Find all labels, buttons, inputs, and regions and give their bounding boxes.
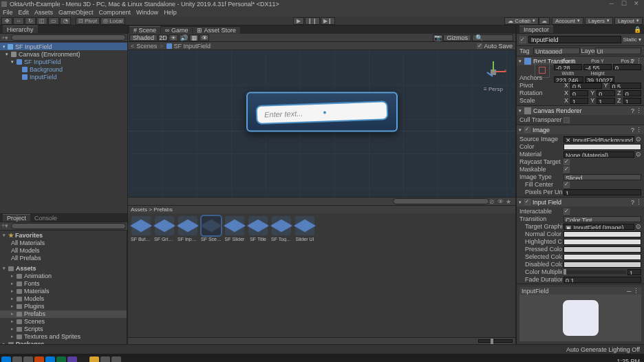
inputfield-component-header[interactable]: ▾ Input Field ?⋮	[517, 198, 644, 206]
orientation-gizmo[interactable]: x ≡ Persp	[480, 58, 507, 86]
fav-all-models[interactable]: All Models	[0, 247, 127, 255]
menu-edit[interactable]: Edit	[19, 9, 30, 16]
hierarchy-item-inputfield-prefab[interactable]: ▾SF InputField	[0, 58, 127, 65]
material-field[interactable]: None (Material)	[564, 151, 634, 158]
project-tab[interactable]: Project	[3, 214, 30, 222]
inputfield-enabled-checkbox[interactable]	[524, 199, 530, 205]
cloud-icon[interactable]: ☁	[539, 17, 550, 25]
cull-checkbox[interactable]	[564, 117, 570, 123]
pos-y-input[interactable]: -4.55	[583, 64, 612, 70]
interactable-checkbox[interactable]	[564, 209, 570, 215]
folder-fonts[interactable]: ▸Fonts	[0, 280, 127, 288]
source-image-field[interactable]: ✕ InputFieldBackground	[564, 136, 634, 142]
account-dropdown[interactable]: Account	[552, 17, 583, 25]
canvas-renderer-header[interactable]: ▾ Canvas Renderer ?⋮	[517, 106, 644, 115]
hierarchy-item-inputfield[interactable]: InputField	[0, 73, 127, 81]
fav-all-prefabs[interactable]: All Prefabs	[0, 255, 127, 262]
camera-icon[interactable]: 📷	[433, 34, 442, 41]
search-icon[interactable]	[12, 356, 22, 362]
scene-light-icon[interactable]: ☀	[169, 34, 178, 41]
console-tab[interactable]: Console	[30, 215, 61, 222]
taskbar-app-6[interactable]	[89, 356, 99, 362]
raycast-checkbox[interactable]	[564, 159, 570, 165]
project-create-dropdown[interactable]: +▾	[1, 222, 10, 229]
scene-viewport[interactable]: Enter text... x ≡ Persp	[128, 50, 515, 197]
image-enabled-checkbox[interactable]	[524, 127, 530, 133]
project-grid-search[interactable]	[393, 198, 489, 204]
anchors-foldout[interactable]: Anchors	[519, 74, 562, 81]
tab-asset-store[interactable]: ⊞ Asset Store	[193, 26, 240, 34]
grid-star-icon[interactable]: ★	[506, 198, 514, 205]
autosave-checkbox[interactable]	[477, 43, 482, 49]
folder-scripts[interactable]: ▸Scripts	[0, 326, 127, 333]
pos-x-input[interactable]: -0.28	[554, 64, 582, 70]
hierarchy-create-dropdown[interactable]: +▾	[1, 34, 10, 41]
folder-prefabs[interactable]: ▸Prefabs	[0, 310, 127, 318]
asset-sf-slider[interactable]: SF Slider	[224, 216, 245, 242]
gizmos-dropdown[interactable]: Gizmos	[443, 34, 471, 41]
inspector-lock-icon[interactable]: 🔒	[634, 26, 641, 33]
asset-sf-toggle[interactable]: SF Toggle	[271, 216, 292, 242]
taskbar-app-8[interactable]	[111, 356, 121, 362]
taskbar-app-7[interactable]	[100, 356, 110, 362]
gameobject-name-input[interactable]: InputField	[528, 36, 621, 43]
pressed-color-field[interactable]	[564, 246, 641, 253]
fade-duration-input[interactable]: 0.1	[564, 277, 641, 283]
inputfield-prefab-visual[interactable]: Enter text...	[246, 92, 398, 131]
menu-gameobject[interactable]: GameObject	[58, 9, 94, 16]
scene-fx-icon[interactable]: ▦	[189, 34, 199, 41]
minimize-button[interactable]: ─	[605, 0, 618, 8]
asset-sf-inputfield[interactable]: SF InputF...	[178, 216, 198, 242]
folder-textures[interactable]: ▸Textures and Sprites	[0, 333, 127, 341]
selected-color-field[interactable]	[564, 254, 641, 260]
rotate-tool[interactable]: ↻	[25, 17, 36, 25]
highlighted-color-field[interactable]	[564, 239, 641, 245]
grid-visible-icon[interactable]: 👁	[497, 198, 506, 205]
layer-dropdown[interactable]: UI	[595, 47, 642, 54]
fav-all-materials[interactable]: All Materials	[0, 239, 127, 247]
asset-sf-button[interactable]: SF Button	[131, 216, 151, 242]
color-multiplier-slider[interactable]	[564, 270, 626, 274]
step-button[interactable]: ▶❙	[321, 17, 335, 25]
taskbar-app-4[interactable]	[67, 356, 77, 362]
rot-x-input[interactable]: 0	[570, 90, 588, 96]
disabled-color-field[interactable]	[564, 262, 641, 268]
project-breadcrumb[interactable]: Assets > Prefabs	[128, 206, 515, 213]
collab-dropdown[interactable]: ☁ Collab	[504, 17, 539, 25]
scene-hidden-icon[interactable]: 👁	[200, 34, 209, 41]
close-button[interactable]: ✕	[630, 0, 643, 8]
static-dropdown[interactable]: Static ▾	[623, 36, 641, 43]
move-tool[interactable]: ↔	[13, 17, 24, 25]
project-search-input[interactable]	[11, 223, 126, 229]
packages-header[interactable]: ▸Packages	[0, 341, 127, 344]
pos-z-input[interactable]: 0	[613, 64, 641, 70]
tag-dropdown[interactable]: Untagged	[533, 47, 580, 54]
menu-assets[interactable]: Assets	[34, 9, 53, 16]
ppu-input[interactable]: 1	[564, 189, 641, 195]
persp-label[interactable]: ≡ Persp	[480, 86, 507, 92]
folder-materials[interactable]: ▸Materials	[0, 288, 127, 295]
inspector-tab[interactable]: Inspector 🔒	[517, 25, 644, 34]
asset-sf-scene[interactable]: SF Scene E...	[201, 216, 222, 242]
pause-button[interactable]: ❙❙	[305, 17, 320, 25]
scale-tool[interactable]: ◫	[36, 17, 47, 25]
tab-game[interactable]: ∞ Game	[161, 26, 192, 34]
local-toggle[interactable]: ◎ Local	[100, 17, 125, 25]
folder-animation[interactable]: ▸Animation	[0, 273, 127, 280]
hierarchy-search-input[interactable]	[11, 34, 126, 41]
zoom-slider[interactable]	[478, 339, 513, 343]
task-view-icon[interactable]	[23, 356, 33, 362]
folder-plugins[interactable]: ▸Plugins	[0, 303, 127, 310]
target-graphic-field[interactable]: ▣ InputField (Image)	[564, 224, 634, 230]
gameobject-active-checkbox[interactable]	[519, 36, 526, 43]
image-type-dropdown[interactable]: Sliced	[564, 174, 641, 180]
hierarchy-item-canvas[interactable]: ▾Canvas (Environment)	[0, 50, 127, 58]
folder-models[interactable]: ▸Models	[0, 295, 127, 303]
maskable-checkbox[interactable]	[564, 167, 570, 173]
play-button[interactable]: ▶	[293, 17, 304, 25]
taskbar-app-3[interactable]	[56, 356, 66, 362]
assets-header[interactable]: ▾Assets	[0, 265, 127, 273]
menu-component[interactable]: Component	[99, 9, 131, 16]
object-picker-icon[interactable]: ⊙	[636, 151, 641, 158]
hierarchy-item-background[interactable]: Background	[0, 65, 127, 73]
